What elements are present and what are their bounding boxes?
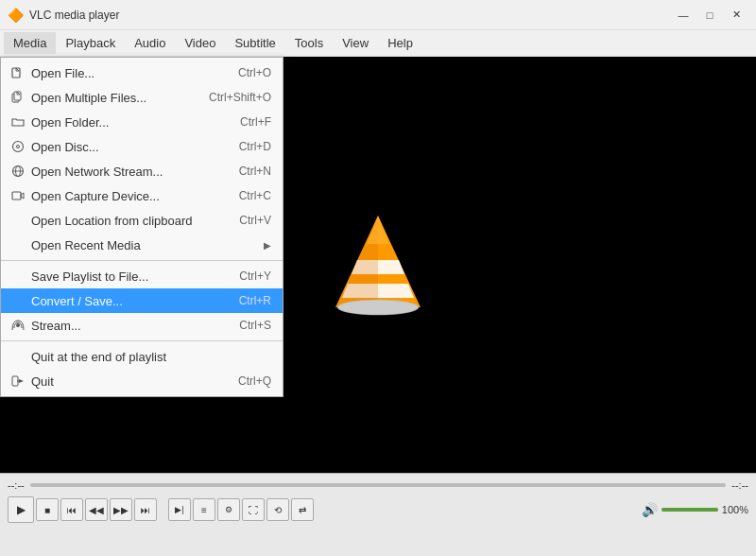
svg-marker-16: [367, 216, 389, 244]
volume-area: 🔊 100%: [642, 502, 748, 517]
frame-button[interactable]: ▶|: [168, 498, 191, 521]
stop-button[interactable]: ■: [36, 498, 59, 521]
next-button[interactable]: ⏭: [134, 498, 157, 521]
shuffle-button[interactable]: ⇄: [291, 498, 314, 521]
stream-icon: [9, 318, 27, 333]
open-folder-label: Open Folder...: [31, 115, 221, 130]
seek-bar[interactable]: [30, 483, 727, 487]
volume-label: 100%: [722, 504, 748, 515]
playlist-button[interactable]: ≡: [193, 498, 215, 521]
open-location-icon: [9, 213, 27, 228]
menu-open-disc[interactable]: Open Disc... Ctrl+D: [1, 134, 283, 159]
controls-bar: --:-- --:-- ▶ ■ ⏮ ◀◀ ▶▶ ⏭ ▶| ≡ ⚙ ⛶ ⟲ ⇄ 🔊: [0, 473, 756, 556]
menu-subtitle[interactable]: Subtitle: [225, 32, 284, 54]
open-network-label: Open Network Stream...: [31, 165, 220, 179]
open-disc-icon: [9, 139, 27, 154]
volume-slider[interactable]: [662, 508, 718, 512]
loop-button[interactable]: ⟲: [266, 498, 289, 521]
menu-tools[interactable]: Tools: [285, 32, 333, 54]
open-network-icon: [9, 164, 27, 179]
quit-shortcut: Ctrl+Q: [238, 374, 271, 388]
svg-rect-2: [14, 92, 21, 100]
quit-end-label: Quit at the end of playlist: [31, 350, 252, 364]
open-capture-icon: [9, 188, 27, 203]
menu-open-multiple[interactable]: Open Multiple Files... Ctrl+Shift+O: [1, 85, 283, 110]
menu-quit[interactable]: Quit Ctrl+Q: [1, 369, 283, 393]
menu-open-network[interactable]: Open Network Stream... Ctrl+N: [1, 159, 283, 183]
svg-point-3: [13, 142, 24, 152]
open-location-shortcut: Ctrl+V: [239, 214, 271, 227]
menu-playback[interactable]: Playback: [56, 32, 125, 54]
title-bar: 🔶 VLC media player — □ ✕: [0, 0, 756, 30]
minimize-button[interactable]: —: [671, 6, 696, 25]
media-dropdown-menu: Open File... Ctrl+O Open Multiple Files.…: [0, 57, 284, 397]
open-file-label: Open File...: [31, 66, 219, 80]
play-button[interactable]: ▶: [8, 496, 34, 523]
svg-point-9: [16, 323, 20, 327]
open-folder-icon: [9, 114, 27, 130]
convert-save-icon: [9, 293, 27, 308]
svg-rect-8: [12, 192, 21, 200]
open-disc-label: Open Disc...: [31, 140, 220, 154]
playback-controls: ▶ ■ ⏮ ◀◀ ▶▶ ⏭ ▶| ≡ ⚙ ⛶ ⟲ ⇄ 🔊 100%: [0, 495, 756, 525]
menu-audio[interactable]: Audio: [125, 32, 175, 54]
menu-bar: Media Playback Audio Video Subtitle Tool…: [0, 30, 756, 57]
svg-point-4: [17, 146, 20, 148]
open-location-label: Open Location from clipboard: [31, 214, 220, 228]
menu-open-capture[interactable]: Open Capture Device... Ctrl+C: [1, 183, 283, 208]
window-controls: — □ ✕: [671, 6, 748, 25]
menu-media[interactable]: Media: [4, 32, 56, 54]
extended-button[interactable]: ⚙: [217, 498, 240, 521]
open-file-shortcut: Ctrl+O: [238, 66, 271, 79]
open-multiple-icon: [9, 90, 27, 105]
menu-convert-save[interactable]: Convert / Save... Ctrl+R: [1, 288, 283, 313]
menu-help[interactable]: Help: [378, 32, 422, 54]
vlc-logo: [331, 208, 425, 321]
window-title: VLC media player: [29, 9, 671, 22]
open-recent-arrow: ▶: [264, 240, 271, 251]
open-recent-label: Open Recent Media: [31, 238, 264, 252]
open-folder-shortcut: Ctrl+F: [240, 115, 271, 129]
open-multiple-label: Open Multiple Files...: [31, 91, 190, 105]
convert-save-label: Convert / Save...: [31, 294, 220, 308]
menu-open-file[interactable]: Open File... Ctrl+O: [1, 61, 283, 85]
open-file-icon: [9, 65, 27, 80]
close-button[interactable]: ✕: [724, 6, 748, 25]
open-capture-shortcut: Ctrl+C: [239, 189, 271, 202]
prev-button[interactable]: ⏮: [60, 498, 83, 521]
svg-marker-15: [335, 216, 378, 307]
quit-end-icon: [9, 349, 27, 364]
open-network-shortcut: Ctrl+N: [239, 165, 271, 178]
open-capture-label: Open Capture Device...: [31, 189, 220, 203]
convert-save-shortcut: Ctrl+R: [239, 294, 271, 307]
stream-shortcut: Ctrl+S: [239, 319, 271, 332]
open-disc-shortcut: Ctrl+D: [239, 140, 271, 153]
rewind-button[interactable]: ◀◀: [85, 498, 108, 521]
fullscreen-button[interactable]: ⛶: [242, 498, 265, 521]
volume-fill: [662, 508, 718, 512]
save-playlist-shortcut: Ctrl+Y: [239, 269, 271, 283]
forward-button[interactable]: ▶▶: [110, 498, 132, 521]
time-total: --:--: [731, 479, 748, 491]
app-icon: 🔶: [8, 8, 24, 23]
menu-open-recent[interactable]: Open Recent Media ▶: [1, 233, 283, 257]
separator-2: [1, 340, 283, 341]
stream-label: Stream...: [31, 319, 220, 333]
open-recent-icon: [9, 237, 27, 252]
maximize-button[interactable]: □: [697, 6, 722, 25]
menu-open-location[interactable]: Open Location from clipboard Ctrl+V: [1, 208, 283, 233]
menu-save-playlist[interactable]: Save Playlist to File... Ctrl+Y: [1, 264, 283, 288]
time-current: --:--: [8, 479, 25, 491]
menu-quit-end[interactable]: Quit at the end of playlist: [1, 344, 283, 369]
menu-view[interactable]: View: [333, 32, 378, 54]
quit-icon: [9, 374, 27, 389]
separator-1: [1, 260, 283, 261]
open-multiple-shortcut: Ctrl+Shift+O: [209, 91, 271, 104]
menu-video[interactable]: Video: [175, 32, 225, 54]
menu-open-folder[interactable]: Open Folder... Ctrl+F: [1, 110, 283, 134]
menu-stream[interactable]: Stream... Ctrl+S: [1, 313, 283, 338]
save-playlist-label: Save Playlist to File...: [31, 269, 220, 284]
save-playlist-icon: [9, 269, 27, 284]
seek-bar-area: --:-- --:--: [0, 474, 756, 495]
volume-icon: 🔊: [642, 502, 658, 517]
